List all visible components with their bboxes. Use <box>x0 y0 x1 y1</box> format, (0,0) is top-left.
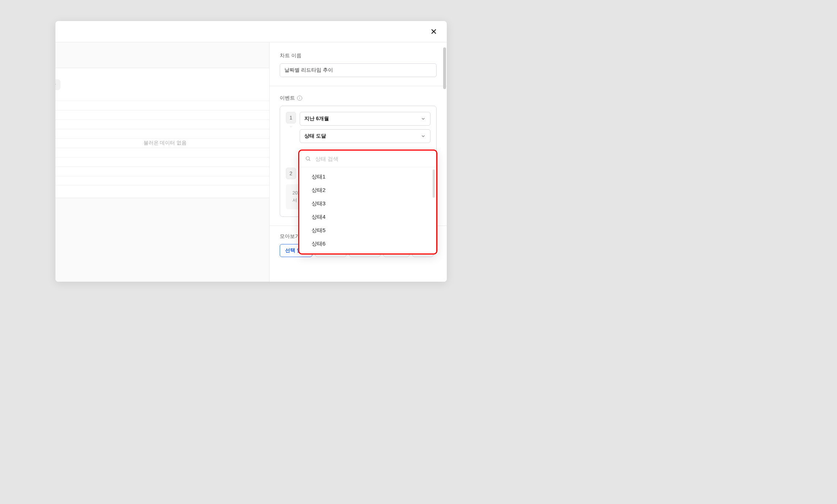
chevron-down-icon <box>55 82 57 87</box>
event-label: 이벤트 i <box>280 95 437 101</box>
grid-line <box>55 110 269 119</box>
no-data-row: 불러온 데이터 없음 <box>55 138 269 148</box>
grid-line <box>55 167 269 176</box>
modal-header <box>55 21 447 42</box>
chart-preview-card: ! 불러온 데이터 없음 <box>55 68 269 198</box>
status-option-5[interactable]: 상태5 <box>299 224 436 237</box>
action-select-value: 상태 도달 <box>304 133 326 139</box>
search-icon <box>305 156 311 161</box>
modal-body: ! 불러온 데이터 없음 <box>55 42 447 282</box>
status-search-input[interactable] <box>315 156 430 162</box>
chart-grid: 불러온 데이터 없음 <box>55 101 269 185</box>
divider <box>270 86 447 86</box>
group-by-label-text: 모아보기 <box>280 233 300 240</box>
modal: ! 불러온 데이터 없음 <box>55 21 447 282</box>
status-option-4[interactable]: 상태4 <box>299 210 436 224</box>
grid-line <box>55 119 269 129</box>
grid-line <box>55 157 269 167</box>
status-option-2[interactable]: 상태2 <box>299 184 436 197</box>
dropdown-list: 상태1 상태2 상태3 상태4 상태5 상태6 <box>299 167 436 253</box>
step-column: 2 <box>286 168 296 179</box>
arrow-down-icon <box>289 125 293 129</box>
status-option-6[interactable]: 상태6 <box>299 237 436 251</box>
event-label-text: 이벤트 <box>280 95 295 101</box>
status-dropdown: 상태1 상태2 상태3 상태4 상태5 상태6 <box>298 150 437 255</box>
step-column: 1 <box>286 112 296 129</box>
close-button[interactable] <box>428 26 440 37</box>
dropdown-scrollbar[interactable] <box>433 169 435 198</box>
chevron-down-icon <box>421 134 426 139</box>
info-icon[interactable]: i <box>297 96 302 101</box>
chevron-down-icon <box>421 116 426 121</box>
close-icon <box>430 28 437 35</box>
grid-line <box>55 148 269 157</box>
grid-line <box>55 101 269 110</box>
chart-name-input[interactable] <box>280 63 437 77</box>
left-panel: ! 불러온 데이터 없음 <box>55 42 269 282</box>
right-panel: 차트 이름 이벤트 i 1 지난 6개월 <box>269 42 447 282</box>
period-select[interactable]: 지난 6개월 <box>300 112 430 126</box>
chart-type-select[interactable]: ! <box>55 79 61 90</box>
svg-line-1 <box>309 160 310 161</box>
no-data-label: 불러온 데이터 없음 <box>137 140 193 146</box>
dropdown-search-row <box>299 151 436 167</box>
step-badge-2: 2 <box>286 168 296 179</box>
period-select-value: 지난 6개월 <box>304 116 329 122</box>
status-option-3[interactable]: 상태3 <box>299 197 436 210</box>
svg-point-0 <box>306 157 309 160</box>
event-config-box: 1 지난 6개월 상태 도달 <box>280 106 437 217</box>
status-option-1[interactable]: 상태1 <box>299 170 436 184</box>
right-scrollbar[interactable] <box>443 47 446 89</box>
grid-line <box>55 176 269 185</box>
chart-name-label: 차트 이름 <box>280 52 437 59</box>
grid-line <box>55 129 269 138</box>
action-select[interactable]: 상태 도달 <box>300 129 430 143</box>
step-badge-1: 1 <box>286 112 296 123</box>
